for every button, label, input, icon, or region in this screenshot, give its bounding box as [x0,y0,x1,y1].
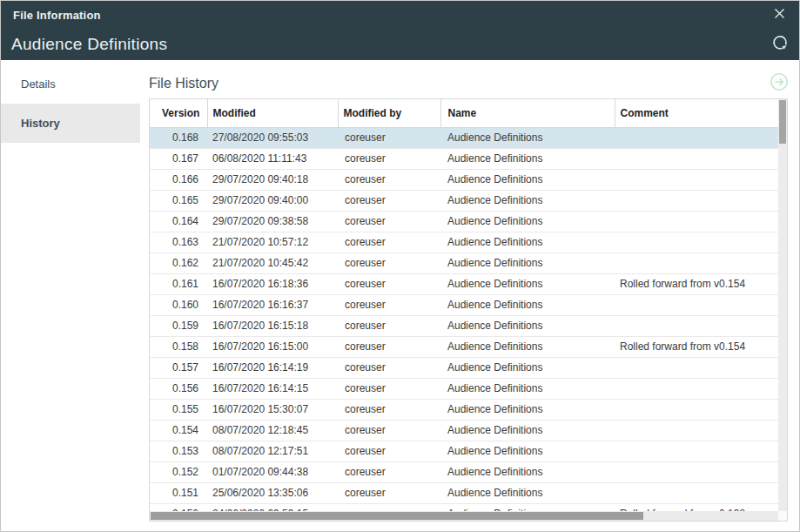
scrollbar-corner [778,511,787,521]
vertical-scrollbar[interactable] [778,99,787,511]
table-cell: 27/08/2020 09:55:03 [207,127,338,148]
table-row[interactable]: 0.16116/07/2020 16:18:36coreuserAudience… [150,273,787,294]
table-cell: 16/07/2020 15:30:07 [207,399,338,420]
table-cell: Audience Definitions [440,273,615,294]
table-cell: Audience Definitions [440,127,615,148]
table-row[interactable]: 0.15308/07/2020 12:17:51coreuserAudience… [150,441,787,461]
table-cell: 0.162 [150,253,207,273]
table-cell [615,127,787,148]
table-header-row: VersionModifiedModified byNameComment [150,99,787,127]
table-cell: 0.161 [150,273,207,294]
close-button[interactable] [770,7,788,24]
table-cell [615,461,787,482]
column-header[interactable]: Version [150,99,207,127]
table-row[interactable]: 0.15516/07/2020 15:30:07coreuserAudience… [150,399,787,420]
table-row[interactable]: 0.16827/08/2020 09:55:03coreuserAudience… [150,127,787,148]
table-cell [615,315,787,336]
table-cell: coreuser [338,357,440,378]
table-row[interactable]: 0.16629/07/2020 09:40:18coreuserAudience… [150,169,787,190]
table-cell: 16/07/2020 16:14:19 [207,357,338,378]
table-cell: coreuser [338,482,440,503]
table-row[interactable]: 0.16429/07/2020 09:38:58coreuserAudience… [150,211,787,232]
table-cell: Audience Definitions [440,294,615,315]
table-cell: 29/07/2020 09:40:00 [207,190,338,211]
table-cell [615,232,787,253]
file-information-dialog: File Information Audience Definitions [0,0,800,532]
table-body: 0.16827/08/2020 09:55:03coreuserAudience… [150,127,787,522]
table-cell: 0.160 [150,294,207,315]
promote-version-button[interactable] [770,75,788,92]
table-cell: coreuser [338,336,440,357]
table-cell: coreuser [338,378,440,399]
column-header[interactable]: Modified by [338,99,440,127]
table-cell: coreuser [338,441,440,461]
sidebar-item-details[interactable]: Details [1,64,140,104]
table-cell: coreuser [338,148,440,169]
table-cell: 25/06/2020 13:35:06 [207,482,338,503]
horizontal-scrollbar[interactable] [150,511,778,521]
table-cell [615,378,787,399]
table-cell: coreuser [338,127,440,148]
table-cell: 0.156 [150,378,207,399]
horizontal-scrollbar-thumb[interactable] [151,512,643,520]
table-cell: 0.159 [150,315,207,336]
table-row[interactable]: 0.15201/07/2020 09:44:38coreuserAudience… [150,461,787,482]
table-cell: coreuser [338,232,440,253]
table-cell [615,211,787,232]
table-cell: coreuser [338,399,440,420]
table-row[interactable]: 0.16706/08/2020 11:11:43coreuserAudience… [150,148,787,169]
dialog-body: Details History File History [1,60,799,531]
table-row[interactable]: 0.16016/07/2020 16:16:37coreuserAudience… [150,294,787,315]
table-row[interactable]: 0.15125/06/2020 13:35:06coreuserAudience… [150,482,787,503]
file-history-table: VersionModifiedModified byNameComment 0.… [149,98,788,522]
table-row[interactable]: 0.16221/07/2020 10:45:42coreuserAudience… [150,253,787,273]
file-history-heading: File History [149,76,218,91]
table-cell [615,482,787,503]
document-title: Audience Definitions [11,35,167,54]
sidebar-item-label: History [21,117,60,130]
table-cell: Audience Definitions [440,378,615,399]
column-header[interactable]: Name [440,99,615,127]
table-row[interactable]: 0.15716/07/2020 16:14:19coreuserAudience… [150,357,787,378]
table-cell: 16/07/2020 16:15:00 [207,336,338,357]
table-cell: Rolled forward from v0.154 [615,336,787,357]
vertical-scrollbar-thumb[interactable] [779,100,786,144]
table-cell: 08/07/2020 12:17:51 [207,441,338,461]
table-row[interactable]: 0.16321/07/2020 10:57:12coreuserAudience… [150,232,787,253]
column-header[interactable]: Comment [615,99,787,127]
table-row[interactable]: 0.15916/07/2020 16:15:18coreuserAudience… [150,315,787,336]
table-row[interactable]: 0.15816/07/2020 16:15:00coreuserAudience… [150,336,787,357]
table-cell: 06/08/2020 11:11:43 [207,148,338,169]
table-row[interactable]: 0.15408/07/2020 12:18:45coreuserAudience… [150,420,787,441]
table-cell: 0.163 [150,232,207,253]
table-cell: 01/07/2020 09:44:38 [207,461,338,482]
close-icon [773,7,786,24]
table-cell: 0.157 [150,357,207,378]
sidebar-item-history[interactable]: History [1,104,140,143]
table-cell: Audience Definitions [440,169,615,190]
table-cell: Audience Definitions [440,357,615,378]
table-cell: 16/07/2020 16:15:18 [207,315,338,336]
table-cell: 0.154 [150,420,207,441]
table-cell [615,357,787,378]
table-cell: Audience Definitions [440,315,615,336]
table-cell: Audience Definitions [440,399,615,420]
circle-right-arrow-icon [770,72,789,95]
table-cell: Audience Definitions [440,461,615,482]
refresh-button[interactable] [771,36,789,53]
table-row[interactable]: 0.15616/07/2020 16:14:15coreuserAudience… [150,378,787,399]
table-cell [615,169,787,190]
table-cell: 0.151 [150,482,207,503]
dialog-title: File Information [13,9,101,22]
table-cell: 16/07/2020 16:14:15 [207,378,338,399]
column-header[interactable]: Modified [207,99,338,127]
table-cell: 21/07/2020 10:57:12 [207,232,338,253]
table-cell: 0.158 [150,336,207,357]
table-row[interactable]: 0.16529/07/2020 09:40:00coreuserAudience… [150,190,787,211]
table-cell: coreuser [338,461,440,482]
table-cell: Audience Definitions [440,232,615,253]
table-cell: 0.166 [150,169,207,190]
table-cell: 0.164 [150,211,207,232]
table-cell: 0.168 [150,127,207,148]
dialog-header: File Information Audience Definitions [1,1,799,60]
